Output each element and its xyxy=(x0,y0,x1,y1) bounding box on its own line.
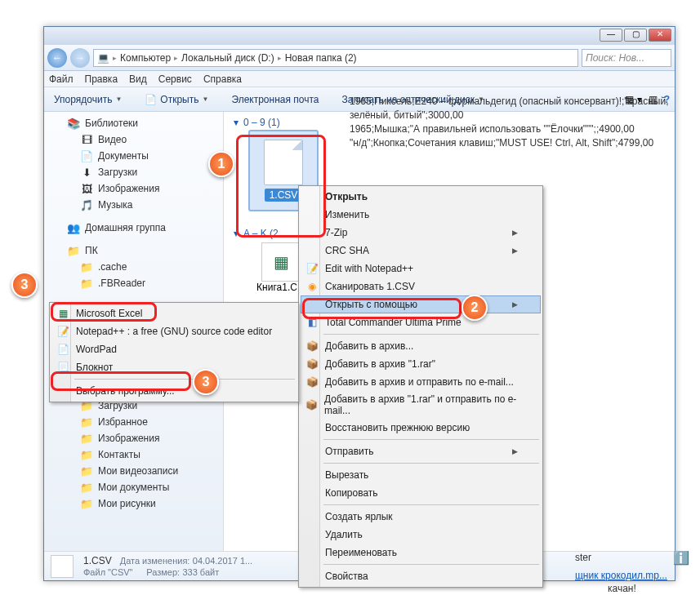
excel-icon: ▦ xyxy=(56,307,69,320)
tree-myris[interactable]: Мои рисунки xyxy=(98,498,156,509)
ctx-add-rar[interactable]: 📦Добавить в архив "1.rar" xyxy=(301,355,541,373)
ctx-tc[interactable]: ◧Total Commander Ultima Prime xyxy=(301,313,541,331)
ctx-edit[interactable]: Изменить xyxy=(301,206,541,224)
breadcrumb-segment[interactable]: Новая папка (2) xyxy=(285,52,357,64)
preview-pane: 1965;Пиксель;E240 – формальдегид (опасны… xyxy=(346,91,697,153)
chevron-right-icon: ▸ xyxy=(113,54,117,62)
folder-icon: 📁 xyxy=(80,481,93,494)
openwith-excel[interactable]: ▦Microsoft Excel xyxy=(51,304,296,322)
tree-downloads[interactable]: Загрузки xyxy=(98,167,137,178)
download-icon: ⬇ xyxy=(80,166,93,179)
open-with-submenu: ▦Microsoft Excel 📝Notepad++ : a free (GN… xyxy=(49,302,299,402)
ctx-copy[interactable]: Копировать xyxy=(301,484,541,502)
chevron-right-icon: ▶ xyxy=(512,229,518,237)
chevron-right-icon: ▸ xyxy=(174,54,178,62)
openwith-npp[interactable]: 📝Notepad++ : a free (GNU) source code ed… xyxy=(51,322,296,340)
breadcrumb-segment[interactable]: Компьютер xyxy=(120,52,171,64)
menu-edit[interactable]: Правка xyxy=(85,73,118,85)
tree-pics[interactable]: Изображения xyxy=(98,183,159,194)
organize-button[interactable]: Упорядочить▼ xyxy=(49,92,127,107)
tree-fbreader[interactable]: .FBReader xyxy=(98,278,145,289)
tree-docs[interactable]: Документы xyxy=(98,150,149,162)
ctx-props[interactable]: Свойства xyxy=(301,567,541,585)
ctx-scan[interactable]: ◉Сканировать 1.CSV xyxy=(301,278,541,295)
notepad-icon: 📃 xyxy=(56,361,69,374)
ctx-open-with[interactable]: Открыть с помощью▶ xyxy=(301,295,541,313)
ctx-rename[interactable]: Переименовать xyxy=(301,544,541,562)
folder-icon: 📁 xyxy=(80,432,93,445)
notepadpp-icon: 📝 xyxy=(56,325,69,338)
tree-music[interactable]: Музыка xyxy=(98,199,132,211)
openwith-choose[interactable]: Выбрать программу... xyxy=(51,382,296,400)
ctx-shortcut[interactable]: Создать ярлык xyxy=(301,508,541,526)
collapse-icon[interactable]: ▾ xyxy=(234,117,239,128)
tree-pc[interactable]: ПК xyxy=(85,245,98,256)
background-text: качан! xyxy=(608,583,636,594)
status-filename: 1.CSV xyxy=(83,555,112,566)
file-label: 1.CSV xyxy=(265,189,303,202)
tree-myvid[interactable]: Мои видеозаписи xyxy=(98,465,178,477)
ctx-restore[interactable]: Восстановить прежнюю версию xyxy=(301,419,541,437)
tree-contacts[interactable]: Контакты xyxy=(98,449,140,460)
address-bar[interactable]: 💻 ▸ Компьютер ▸ Локальный диск (D:) ▸ Но… xyxy=(93,49,578,67)
tree-video[interactable]: Видео xyxy=(98,134,127,145)
search-input[interactable]: Поиск: Нов... xyxy=(582,49,671,67)
forward-button: → xyxy=(70,48,90,68)
ctx-crc[interactable]: CRC SHA▶ xyxy=(301,242,541,260)
winrar-icon: 📦 xyxy=(305,358,319,371)
menu-file[interactable]: Файл xyxy=(49,73,74,85)
background-text: ster xyxy=(575,552,591,563)
file-icon: 📄 xyxy=(145,94,157,105)
winrar-icon: 📦 xyxy=(305,398,318,411)
ctx-delete[interactable]: Удалить xyxy=(301,526,541,544)
folder-icon: 📁 xyxy=(80,464,93,477)
open-button[interactable]: 📄Открыть▼ xyxy=(140,92,213,107)
chevron-down-icon: ▼ xyxy=(202,95,208,103)
back-button[interactable]: ← xyxy=(47,48,67,68)
openwith-wordpad[interactable]: 📄WordPad xyxy=(51,340,296,358)
close-button[interactable]: ✕ xyxy=(649,29,671,42)
video-icon: 🎞 xyxy=(80,133,93,146)
menu-view[interactable]: Вид xyxy=(129,73,147,85)
tree-pics2[interactable]: Изображения xyxy=(98,433,159,444)
callout-3b: 3 xyxy=(193,369,219,395)
document-icon: 📄 xyxy=(80,149,93,162)
csv-file-icon xyxy=(264,140,303,185)
notepadpp-icon: 📝 xyxy=(305,262,319,275)
openwith-notepad[interactable]: 📃Блокнот xyxy=(51,358,296,376)
chevron-right-icon: ▶ xyxy=(512,246,518,255)
tree-cache[interactable]: .cache xyxy=(98,261,127,273)
titlebar[interactable]: — ▢ ✕ xyxy=(44,27,675,45)
maximize-button[interactable]: ▢ xyxy=(624,29,647,42)
menu-help[interactable]: Справка xyxy=(203,73,242,85)
navbar: ← → 💻 ▸ Компьютер ▸ Локальный диск (D:) … xyxy=(44,45,675,71)
library-icon: 📚 xyxy=(67,117,80,130)
breadcrumb-segment[interactable]: Локальный диск (D:) xyxy=(181,52,274,64)
ctx-7zip[interactable]: 7-Zip▶ xyxy=(301,224,541,242)
minimize-button[interactable]: — xyxy=(600,29,622,42)
ctx-add-archive[interactable]: 📦Добавить в архив... xyxy=(301,337,541,355)
ctx-add-mail[interactable]: 📦Добавить в архив и отправить по e-mail.… xyxy=(301,373,541,391)
callout-2: 2 xyxy=(461,295,488,321)
ctx-add-rar-mail[interactable]: 📦Добавить в архив "1.rar" и отправить по… xyxy=(301,391,541,419)
tree-fav[interactable]: Избранное xyxy=(98,416,148,428)
info-icon[interactable]: ℹ️ xyxy=(673,550,689,566)
folder-icon: 📁 xyxy=(80,448,93,461)
tree-mydocs[interactable]: Мои документы xyxy=(98,482,169,493)
ctx-open[interactable]: Открыть xyxy=(301,188,541,206)
folder-icon: 📁 xyxy=(67,244,80,257)
menu-tools[interactable]: Сервис xyxy=(158,73,192,85)
tree-libraries[interactable]: Библиотеки xyxy=(85,118,138,129)
tree-homegroup[interactable]: Домашняя группа xyxy=(85,222,166,233)
menubar: Файл Правка Вид Сервис Справка xyxy=(44,71,675,87)
ctx-npp[interactable]: 📝Edit with Notepad++ xyxy=(301,260,541,278)
collapse-icon[interactable]: ▾ xyxy=(234,228,239,239)
winrar-icon: 📦 xyxy=(305,340,319,353)
chevron-right-icon: ▸ xyxy=(278,54,282,62)
winrar-icon: 📦 xyxy=(305,375,319,389)
background-link[interactable]: щник крокодил.mp... xyxy=(575,570,667,581)
ctx-send[interactable]: Отправить▶ xyxy=(301,442,541,460)
ctx-cut[interactable]: Вырезать xyxy=(301,466,541,484)
email-button[interactable]: Электронная почта xyxy=(226,92,323,107)
folder-icon: 📁 xyxy=(80,497,93,510)
